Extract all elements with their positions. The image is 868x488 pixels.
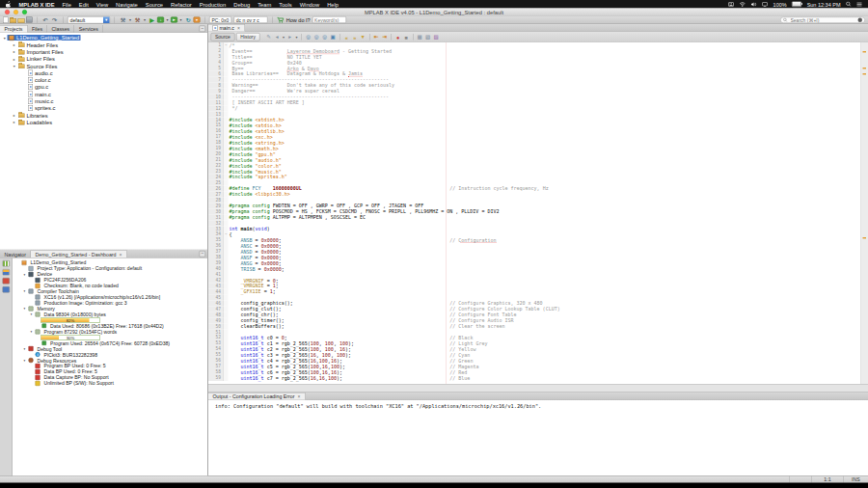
wifi-icon[interactable]	[740, 2, 746, 7]
display-icon[interactable]	[762, 2, 768, 7]
tree-item[interactable]: Unlimited BP (S/W): No Support	[13, 380, 207, 386]
tree-item[interactable]: sprites.c	[0, 104, 207, 111]
find-selection-icon[interactable]: ◎	[305, 34, 312, 41]
menu-tools[interactable]: Tools	[279, 1, 291, 7]
forward-icon[interactable]: ▸	[286, 34, 294, 41]
configuration-select[interactable]: default ▼	[68, 16, 110, 24]
make-program-dropdown-icon[interactable]: ▾	[166, 16, 170, 24]
close-icon[interactable]: ×	[237, 25, 240, 31]
find-next-icon[interactable]: ◎	[312, 34, 320, 41]
stop-macro-recording-icon[interactable]: ■	[402, 34, 410, 41]
microchip-direct-cart-icon[interactable]	[277, 16, 285, 23]
tree-item[interactable]: ▾Source Files	[0, 63, 207, 69]
tree-item[interactable]: music.c	[0, 97, 207, 104]
program-dropdown-icon[interactable]: ▾	[179, 16, 183, 24]
run-project-icon[interactable]: ▶	[149, 16, 156, 24]
warning-mark[interactable]	[863, 73, 867, 75]
notification-center-icon[interactable]	[856, 2, 862, 7]
tree-item[interactable]: ▾L1Demo_Getting_Started	[0, 35, 207, 41]
minimize-panel-icon[interactable]: –	[200, 26, 206, 33]
last-edit-location-icon[interactable]: ✎	[265, 34, 273, 41]
warning-mark[interactable]	[863, 237, 867, 239]
comment-icon[interactable]: ▦	[416, 34, 423, 41]
search-options-icon[interactable]	[858, 17, 863, 22]
close-icon[interactable]: ×	[120, 252, 122, 258]
menu-file[interactable]: File	[63, 1, 71, 7]
tab-navigator[interactable]: Navigator	[0, 251, 31, 258]
close-window-button[interactable]	[5, 10, 10, 14]
tab-demo-getting-started-dashboard[interactable]: Demo_Getting_Started - Dashboard×	[31, 251, 126, 258]
menu-production[interactable]: Production	[200, 1, 226, 7]
dashboard-help-icon[interactable]	[3, 286, 11, 293]
menu-edit[interactable]: Edit	[79, 1, 89, 7]
find-previous-icon[interactable]: ◎	[321, 34, 329, 41]
close-icon[interactable]: ×	[297, 393, 300, 399]
tab-output[interactable]: Output - Configuration Loading Error ×	[208, 393, 305, 400]
history-view-button[interactable]: History	[236, 33, 260, 41]
tree-item[interactable]: ▸Loadables	[0, 119, 207, 125]
menu-clock[interactable]: Sun 12:34 PM	[807, 1, 841, 7]
tree-item[interactable]: gpu.c	[0, 84, 207, 91]
chevron-down-icon[interactable]: ▼	[103, 16, 110, 23]
project-properties-icon[interactable]	[3, 269, 11, 276]
warning-mark[interactable]	[863, 51, 867, 53]
save-all-icon[interactable]	[26, 17, 33, 23]
new-project-icon[interactable]	[10, 18, 16, 23]
read-device-memory-icon[interactable]: ↻	[184, 16, 192, 24]
start-macro-recording-icon[interactable]: ●	[394, 34, 402, 41]
minimize-panel-icon[interactable]: –	[200, 251, 206, 258]
tree-item[interactable]: ▸Libraries	[0, 112, 207, 119]
menu-view[interactable]: View	[96, 1, 108, 7]
debug-project-icon[interactable]: ▾	[194, 17, 201, 23]
previous-bookmark-icon[interactable]: «	[342, 34, 350, 41]
tree-item[interactable]: color.c	[0, 76, 207, 83]
menu-team[interactable]: Team	[258, 1, 271, 7]
tab-main-c[interactable]: main.c ×	[208, 24, 245, 32]
apple-logo-icon[interactable]	[6, 1, 12, 8]
menu-refactor[interactable]: Refactor	[171, 1, 192, 7]
source-view-button[interactable]: Source	[211, 33, 235, 41]
new-file-icon[interactable]	[3, 16, 9, 23]
input-menu-icon[interactable]	[728, 2, 734, 7]
warning-mark[interactable]	[863, 68, 867, 69]
keyword-search-input[interactable]	[312, 16, 346, 23]
redo-icon[interactable]: ↷	[51, 16, 59, 24]
refresh-dashboard-icon[interactable]	[3, 278, 11, 285]
build-dropdown-icon[interactable]: ▾	[128, 16, 132, 24]
go-to-header-icon[interactable]: ▧	[432, 34, 440, 41]
forward-dropdown-icon[interactable]: ▾	[294, 34, 298, 41]
tree-item[interactable]: ▸Important Files	[0, 48, 207, 55]
error-stripe[interactable]	[861, 42, 868, 384]
search-input[interactable]	[790, 16, 850, 23]
clean-build-dropdown-icon[interactable]: ▾	[143, 16, 147, 24]
tree-item[interactable]: audio.c	[0, 69, 207, 76]
code-editor[interactable]: 1−/*2 Event== Layerone Demoboard - Getti…	[208, 42, 861, 384]
shift-left-icon[interactable]: ⇤	[372, 34, 380, 41]
zoom-window-button[interactable]	[22, 10, 27, 14]
program-device-icon[interactable]: ▸	[171, 17, 177, 23]
minimize-window-button[interactable]	[14, 10, 18, 14]
next-bookmark-icon[interactable]: »	[351, 34, 359, 41]
spotlight-search-icon[interactable]	[846, 2, 852, 8]
undo-icon[interactable]: ↶	[41, 16, 49, 24]
tree-item[interactable]: ▸Linker Files	[0, 55, 207, 62]
dashboard-window-icon[interactable]	[3, 260, 11, 267]
back-dropdown-icon[interactable]: ▾	[282, 34, 285, 41]
toggle-bookmark-icon[interactable]: ▾	[359, 34, 366, 41]
tab-classes[interactable]: Classes	[47, 25, 74, 33]
back-icon[interactable]: ◂	[273, 34, 281, 41]
menu-help[interactable]: Help	[327, 1, 339, 7]
toggle-highlight-icon[interactable]: ▣	[329, 34, 337, 41]
volume-icon[interactable]	[751, 2, 757, 7]
shift-right-icon[interactable]: ⇥	[381, 34, 389, 41]
tab-files[interactable]: Files	[27, 25, 47, 33]
horizontal-scrollbar[interactable]	[208, 384, 868, 392]
menu-navigate[interactable]: Navigate	[116, 1, 138, 7]
tree-item[interactable]: main.c	[0, 91, 207, 97]
open-project-icon[interactable]	[18, 18, 25, 23]
output-console[interactable]: info: Configuration "default" will build…	[208, 400, 868, 475]
menu-mplab-x-ide[interactable]: MPLAB X IDE	[19, 1, 55, 7]
clean-build-icon[interactable]: ⚒	[134, 16, 142, 24]
tab-services[interactable]: Services	[74, 25, 103, 33]
global-search-field[interactable]	[780, 16, 865, 23]
